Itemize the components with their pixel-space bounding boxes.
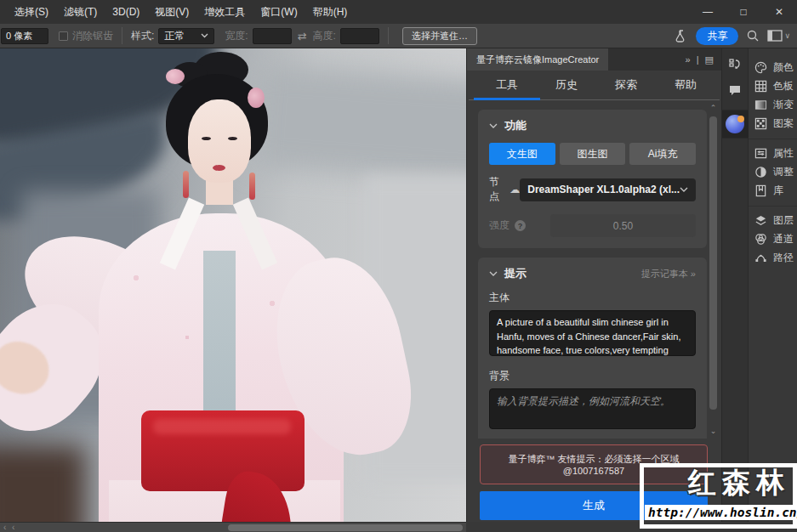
options-bar-right: 共享 ∨	[675, 27, 797, 45]
photo-earring-left	[183, 171, 189, 198]
plugin-panel-controls: » | ▤	[686, 48, 721, 71]
dock-group-layers: 图层 通道 路径	[749, 206, 797, 273]
height-input[interactable]	[340, 28, 379, 44]
dock-item-patterns[interactable]: 图案	[749, 114, 797, 133]
watermark-title: 红森林	[688, 464, 790, 502]
dock-item-gradients[interactable]: 渐变	[749, 95, 797, 114]
scroll-left-arrows[interactable]: ‹ ‹	[3, 523, 16, 532]
scroll-down-icon[interactable]: ⌄	[709, 427, 718, 436]
channels-icon	[754, 233, 767, 246]
menu-help[interactable]: 帮助(H)	[305, 0, 356, 24]
photo-eye-left	[202, 137, 211, 140]
photo-hair-flower-right	[248, 88, 265, 108]
divider	[122, 27, 122, 44]
swatches-icon	[754, 80, 767, 93]
dock-item-label: 通道	[773, 232, 794, 246]
dock-item-libraries[interactable]: 库	[749, 181, 797, 200]
node-model-select[interactable]: DreamShaper XL1.0alpha2 (xl...	[520, 178, 696, 201]
dock-item-paths[interactable]: 路径	[749, 248, 797, 267]
swap-dimensions-icon[interactable]: ⇄	[298, 30, 307, 42]
history-icon	[728, 58, 742, 71]
image-to-image-button[interactable]: 图生图	[560, 143, 626, 165]
menu-window[interactable]: 窗口(W)	[253, 0, 305, 24]
flask-icon[interactable]	[675, 29, 688, 42]
subject-label: 主体	[489, 291, 696, 305]
cloud-icon: ☁	[510, 184, 520, 195]
history-panel-button[interactable]	[722, 52, 749, 77]
dock-item-channels[interactable]: 通道	[749, 229, 797, 248]
help-icon: ?	[515, 220, 526, 231]
photo-eye-right	[228, 137, 237, 140]
anti-alias-checkbox[interactable]	[59, 31, 68, 41]
dock-item-properties[interactable]: 属性	[749, 144, 797, 162]
collapse-panel-icon[interactable]: »	[686, 54, 691, 65]
height-label: 高度:	[313, 29, 336, 43]
close-button[interactable]: ✕	[761, 0, 797, 24]
imagecreator-plugin-icon	[726, 115, 744, 133]
feather-input[interactable]	[1, 28, 48, 44]
minimize-button[interactable]: —	[690, 0, 726, 24]
style-label: 样式:	[131, 29, 154, 43]
node-label-text: 节点	[489, 175, 504, 204]
workspace-icon	[767, 30, 783, 42]
background-prompt-textarea[interactable]	[489, 388, 696, 429]
share-button[interactable]: 共享	[696, 27, 738, 45]
watermark-frame: 红森林 http://www.hoslin.cn/	[640, 463, 797, 529]
photo-earring-right	[249, 173, 255, 200]
plugin-nav-tabs: 工具 历史 探索 帮助	[469, 71, 720, 100]
workspace-switcher[interactable]: ∨	[767, 30, 790, 42]
function-section: 功能 文生图 图生图 Ai填充 节点 ☁ DreamShaper XL1.0al…	[478, 110, 707, 248]
maximize-button[interactable]: □	[726, 0, 761, 24]
style-select[interactable]: 正常	[158, 28, 214, 44]
menu-plugins[interactable]: 增效工具	[196, 0, 253, 24]
scrollbar-thumb[interactable]	[709, 116, 717, 410]
tab-tools[interactable]: 工具	[477, 71, 537, 99]
watermark-url: http://www.hoslin.cn/	[645, 505, 797, 520]
search-icon[interactable]	[746, 29, 760, 42]
document-canvas[interactable]	[0, 48, 466, 522]
comment-icon	[728, 84, 742, 97]
dock-item-label: 调整	[773, 165, 794, 179]
dock-item-adjustments[interactable]: 调整	[749, 162, 797, 181]
tab-history[interactable]: 历史	[537, 71, 596, 99]
panel-menu-icon[interactable]: ▤	[705, 54, 714, 65]
imagecreator-plugin-button[interactable]	[722, 110, 749, 139]
menu-view[interactable]: 视图(V)	[147, 0, 196, 24]
plugin-panel-tab[interactable]: 量子博弈云镜像ImageCreator	[467, 48, 608, 71]
ai-fill-button[interactable]: Ai填充	[629, 143, 696, 165]
properties-icon	[754, 147, 767, 160]
tab-explore[interactable]: 探索	[596, 71, 656, 99]
prompt-notebook-link[interactable]: 提示记事本 »	[641, 268, 696, 280]
photo-lips	[213, 165, 225, 171]
chevron-down-icon	[489, 123, 498, 129]
comments-panel-button[interactable]	[722, 77, 749, 103]
dock-item-label: 渐变	[773, 98, 794, 112]
panel-shortcut-column: 颜色 色板 渐变	[749, 48, 797, 522]
strength-input[interactable]	[550, 214, 696, 237]
prompt-section: 提示 提示记事本 » 主体 A picture of a beautiful s…	[478, 258, 707, 439]
node-row: 节点 ☁ DreamShaper XL1.0alpha2 (xl...	[489, 175, 696, 204]
menu-select[interactable]: 选择(S)	[7, 0, 56, 24]
menu-3d[interactable]: 3D(D)	[105, 0, 147, 24]
width-input[interactable]	[253, 28, 292, 44]
text-to-image-button[interactable]: 文生图	[489, 143, 555, 165]
plugin-panel: 量子博弈云镜像ImageCreator » | ▤ 工具 历史 探索 帮助 功能…	[466, 48, 721, 522]
menu-filter[interactable]: 滤镜(T)	[56, 0, 105, 24]
dock-item-swatches[interactable]: 色板	[749, 76, 797, 95]
width-label: 宽度:	[225, 29, 248, 43]
dock-item-color[interactable]: 颜色	[749, 58, 797, 76]
select-and-mask-button[interactable]: 选择并遮住…	[402, 27, 477, 45]
subject-prompt-textarea[interactable]: A picture of a beautiful slim chinese gi…	[489, 310, 696, 356]
dock-item-layers[interactable]: 图层	[749, 211, 797, 229]
photo-sash-highlight	[153, 419, 291, 434]
horizontal-scrollbar-thumb[interactable]	[228, 524, 463, 531]
chevron-down-icon: ∨	[784, 31, 790, 40]
dock-item-label: 色板	[773, 79, 794, 93]
tab-help[interactable]: 帮助	[656, 71, 715, 99]
gradient-icon	[754, 99, 767, 111]
panel-scrollbar[interactable]: ⌃ ⌄	[709, 105, 718, 436]
function-section-header[interactable]: 功能	[489, 118, 696, 133]
prompt-section-header[interactable]: 提示 提示记事本 »	[489, 266, 696, 281]
scroll-up-icon[interactable]: ⌃	[709, 105, 718, 113]
horizontal-scrollbar[interactable]: ‹ ‹	[0, 522, 466, 532]
